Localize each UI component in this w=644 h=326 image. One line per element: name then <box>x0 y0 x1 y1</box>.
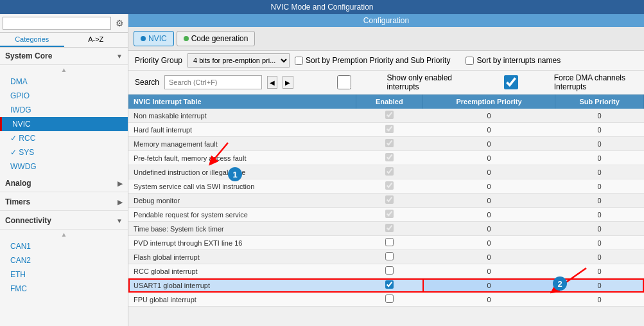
sidebar: ⚙ Categories A->Z System Core ▼ ▲ DMA GP… <box>0 14 128 326</box>
nvic-dot <box>141 36 146 41</box>
sort-by-name-checkbox[interactable] <box>466 57 474 65</box>
section-header-system-core[interactable]: System Core ▼ <box>0 48 128 65</box>
enabled-checkbox[interactable] <box>385 210 394 218</box>
table-container: NVIC Interrupt Table Enabled Preemption … <box>128 95 644 326</box>
interrupt-name: Memory management fault <box>128 137 356 151</box>
priority-group-select[interactable]: 4 bits for pre-emption pri... <box>187 53 290 68</box>
enabled-cell <box>356 109 422 123</box>
interrupt-name: FPU global interrupt <box>128 293 356 307</box>
sort-by-name-label: Sort by interrupts names <box>466 56 561 65</box>
table-row: Memory management fault 0 0 <box>128 137 644 151</box>
interrupt-name: Debug monitor <box>128 194 356 208</box>
sidebar-item-eth[interactable]: ETH <box>0 267 128 282</box>
top-bar: NVIC Mode and Configuration <box>0 0 644 14</box>
search-input[interactable] <box>164 75 262 89</box>
search-label: Search <box>135 78 159 87</box>
table-row: Hard fault interrupt 0 0 <box>128 123 644 137</box>
table-row: Undefined instruction or illegal state 0… <box>128 165 644 179</box>
col-header-preemption: Preemption Priority <box>422 95 555 109</box>
search-next-btn[interactable]: ▶ <box>283 76 293 89</box>
table-row: Debug monitor 0 0 <box>128 194 644 208</box>
enabled-checkbox[interactable] <box>385 238 394 246</box>
tab-code-generation[interactable]: Code generation <box>177 31 256 46</box>
sidebar-tabs: Categories A->Z <box>0 33 128 48</box>
sidebar-item-rcc[interactable]: ✓ RCC <box>0 131 128 145</box>
chevron-timers: ▶ <box>117 199 123 206</box>
force-dma-checkbox[interactable] <box>471 75 552 89</box>
enabled-checkbox[interactable] <box>385 111 394 119</box>
search-prev-btn[interactable]: ◀ <box>267 76 277 89</box>
preemption-cell: 0 <box>422 109 555 123</box>
enabled-checkbox-usart1[interactable] <box>385 280 394 289</box>
sub-cell: 0 <box>555 109 644 123</box>
table-row: Non maskable interrupt 0 0 <box>128 109 644 123</box>
app-title: NVIC Mode and Configuration <box>270 3 373 12</box>
section-label-connectivity: Connectivity <box>5 216 51 225</box>
enabled-checkbox[interactable] <box>385 224 394 232</box>
section-system-core: System Core ▼ ▲ DMA GPIO IWDG NVIC ✓ RCC… <box>0 48 128 174</box>
interrupt-name: RCC global interrupt <box>128 264 356 278</box>
scroll-up-system-core: ▲ <box>0 65 128 75</box>
col-header-name: NVIC Interrupt Table <box>128 95 356 109</box>
interrupt-name: Undefined instruction or illegal state <box>128 165 356 179</box>
section-label-timers: Timers <box>5 197 30 206</box>
sidebar-item-dma[interactable]: DMA <box>0 75 128 89</box>
enabled-checkbox[interactable] <box>385 153 394 161</box>
sidebar-item-iwdg[interactable]: IWDG <box>0 103 128 117</box>
enabled-checkbox[interactable] <box>385 167 394 176</box>
nvic-interrupt-table: NVIC Interrupt Table Enabled Preemption … <box>128 95 644 307</box>
section-analog: Analog ▶ <box>0 175 128 192</box>
sidebar-item-sys[interactable]: ✓ SYS <box>0 145 128 159</box>
col-header-sub: Sub Priority <box>555 95 644 109</box>
tab-nvic-label: NVIC <box>148 34 167 43</box>
sort-by-priority-label: Sort by Premption Priority and Sub Prior… <box>295 56 450 65</box>
interrupt-name: PVD interrupt through EXTI line 16 <box>128 236 356 250</box>
sidebar-search-input[interactable] <box>3 17 111 30</box>
sort-by-priority-checkbox[interactable] <box>295 57 303 65</box>
enabled-checkbox[interactable] <box>385 125 394 133</box>
enabled-checkbox[interactable] <box>385 252 394 260</box>
sidebar-item-nvic[interactable]: NVIC <box>0 117 128 131</box>
show-only-enabled-checkbox[interactable] <box>304 75 385 89</box>
table-row: Pre-fetch fault, memory access fault 0 0 <box>128 151 644 165</box>
tab-atoz[interactable]: A->Z <box>64 33 128 47</box>
col-header-enabled: Enabled <box>356 95 422 109</box>
tab-categories[interactable]: Categories <box>0 33 64 47</box>
interrupt-name: Pre-fetch fault, memory access fault <box>128 151 356 165</box>
chevron-connectivity: ▼ <box>116 217 123 224</box>
enabled-checkbox[interactable] <box>385 266 394 275</box>
chevron-analog: ▶ <box>117 180 123 187</box>
table-row: RCC global interrupt 0 0 <box>128 264 644 278</box>
table-row: FPU global interrupt 0 0 <box>128 293 644 307</box>
tab-nvic[interactable]: NVIC <box>134 31 174 46</box>
sidebar-content: System Core ▼ ▲ DMA GPIO IWDG NVIC ✓ RCC… <box>0 48 128 326</box>
show-only-enabled-label: Show only enabled interrupts <box>304 73 466 91</box>
section-header-timers[interactable]: Timers ▶ <box>0 194 128 211</box>
interrupt-name: Pendable request for system service <box>128 208 356 222</box>
sidebar-item-can2[interactable]: CAN2 <box>0 253 128 267</box>
enabled-checkbox[interactable] <box>385 139 394 147</box>
search-row: Search ◀ ▶ Show only enabled interrupts … <box>128 71 644 95</box>
gear-icon[interactable]: ⚙ <box>114 17 125 29</box>
interrupt-name-usart1: USART1 global interrupt <box>128 278 356 293</box>
enabled-checkbox[interactable] <box>385 181 394 190</box>
table-row: PVD interrupt through EXTI line 16 0 0 <box>128 236 644 250</box>
interrupt-name: System service call via SWI instruction <box>128 179 356 194</box>
priority-group-label: Priority Group <box>135 56 182 65</box>
tabs-bar: NVIC Code generation <box>128 27 644 51</box>
sidebar-item-gpio[interactable]: GPIO <box>0 89 128 103</box>
enabled-checkbox[interactable] <box>385 294 394 303</box>
section-connectivity: Connectivity ▼ ▲ CAN1 CAN2 ETH FMC <box>0 212 128 296</box>
config-label: Configuration <box>128 14 644 27</box>
scroll-up-connectivity: ▲ <box>0 230 128 239</box>
section-timers: Timers ▶ <box>0 194 128 211</box>
section-header-analog[interactable]: Analog ▶ <box>0 175 128 192</box>
enabled-checkbox[interactable] <box>385 195 394 204</box>
sidebar-item-wwdg[interactable]: WWDG <box>0 159 128 174</box>
chevron-system-core: ▼ <box>116 53 123 60</box>
interrupt-name: Time base: System tick timer <box>128 222 356 236</box>
priority-group-row: Priority Group 4 bits for pre-emption pr… <box>128 51 644 71</box>
sidebar-item-can1[interactable]: CAN1 <box>0 239 128 253</box>
section-header-connectivity[interactable]: Connectivity ▼ <box>0 212 128 230</box>
sidebar-item-fmc[interactable]: FMC <box>0 282 128 296</box>
